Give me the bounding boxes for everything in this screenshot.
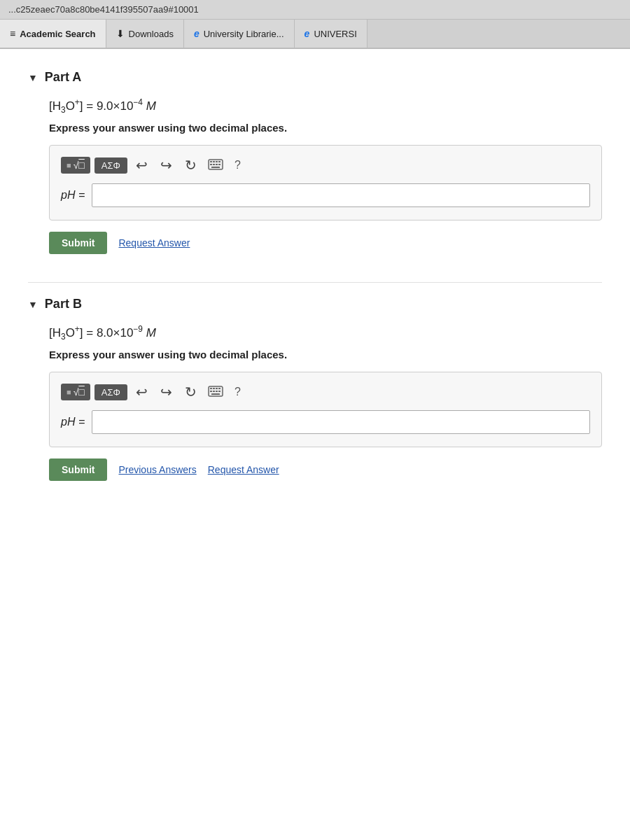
part-a-help-button[interactable]: ?: [230, 158, 245, 173]
svg-rect-3: [216, 161, 218, 162]
tab-university-libraries[interactable]: e University Librarie...: [184, 20, 295, 48]
svg-rect-2: [213, 161, 215, 162]
svg-rect-5: [210, 164, 212, 165]
part-a-refresh-button[interactable]: ↻: [181, 155, 201, 175]
part-a-header: ▼ Part A: [28, 70, 602, 85]
part-b-collapse-arrow[interactable]: ▼: [28, 299, 38, 310]
sqrt-icon-b: √□: [74, 386, 85, 398]
part-b-undo-button[interactable]: ↩: [132, 382, 152, 402]
svg-rect-18: [218, 391, 220, 392]
part-a-input-row: pH =: [61, 183, 590, 207]
part-b-help-button[interactable]: ?: [230, 384, 245, 400]
part-b-sqrt-button[interactable]: ■ √□: [61, 384, 90, 400]
part-b-request-answer-button[interactable]: Request Answer: [208, 464, 279, 475]
part-b-instruction: Express your answer using two decimal pl…: [49, 349, 602, 360]
part-a-sqrt-button[interactable]: ■ √□: [61, 157, 90, 174]
part-divider: [28, 282, 602, 283]
part-a-answer-input[interactable]: [92, 183, 590, 207]
part-a-title: Part A: [45, 70, 81, 85]
part-b-equation: [H3O+] = 8.0×10−9 M: [49, 324, 602, 342]
sqrt-icon: √□: [74, 160, 85, 171]
part-b-title: Part B: [45, 297, 82, 312]
part-a-section: ▼ Part A [H3O+] = 9.0×10−4 M Express you…: [28, 70, 602, 254]
svg-rect-8: [218, 164, 220, 165]
url-text: ...c25zeaec70a8c80be4141f395507aa9#10001: [8, 4, 199, 15]
svg-rect-6: [213, 164, 215, 165]
svg-rect-14: [218, 388, 220, 389]
main-content: ▼ Part A [H3O+] = 9.0×10−4 M Express you…: [0, 49, 630, 840]
part-b-greek-button[interactable]: ΑΣΦ: [94, 384, 127, 400]
svg-rect-1: [210, 161, 212, 162]
svg-rect-4: [218, 161, 220, 162]
part-a-buttons-row: Submit Request Answer: [49, 232, 602, 254]
part-a-equation: [H3O+] = 9.0×10−4 M: [49, 97, 602, 115]
academic-search-icon: ≡: [10, 28, 15, 39]
part-a-greek-button[interactable]: ΑΣΦ: [94, 158, 127, 174]
url-bar: ...c25zeaec70a8c80be4141f395507aa9#10001: [0, 0, 630, 20]
part-b-refresh-button[interactable]: ↻: [181, 382, 201, 402]
part-a-redo-button[interactable]: ↪: [156, 155, 176, 175]
tab-downloads[interactable]: ⬇ Downloads: [106, 20, 184, 48]
part-a-undo-button[interactable]: ↩: [132, 155, 152, 175]
tab-universi-label: UNIVERSI: [314, 29, 356, 39]
universi-icon: e: [304, 28, 310, 39]
part-b-section: ▼ Part B [H3O+] = 8.0×10−9 M Express you…: [28, 297, 602, 481]
tab-bar: ≡ Academic Search ⬇ Downloads e Universi…: [0, 20, 630, 49]
part-a-toolbar: ■ √□ ΑΣΦ ↩ ↪ ↻: [61, 155, 590, 175]
tab-universi[interactable]: e UNIVERSI: [295, 20, 368, 48]
part-a-collapse-arrow[interactable]: ▼: [28, 72, 38, 83]
tab-academic-search[interactable]: ≡ Academic Search: [0, 20, 106, 48]
svg-rect-15: [210, 391, 212, 392]
svg-rect-16: [213, 391, 215, 392]
svg-rect-13: [216, 388, 218, 389]
part-a-answer-box: ■ √□ ΑΣΦ ↩ ↪ ↻: [49, 145, 602, 220]
part-b-ph-label: pH =: [61, 416, 85, 428]
svg-rect-7: [216, 164, 218, 165]
part-a-keyboard-button[interactable]: [205, 158, 226, 174]
svg-rect-17: [216, 391, 218, 392]
part-b-input-row: pH =: [61, 410, 590, 434]
university-lib-icon: e: [194, 28, 200, 39]
part-b-redo-button[interactable]: ↪: [156, 382, 176, 402]
part-a-ph-label: pH =: [61, 189, 85, 202]
part-b-toolbar: ■ √□ ΑΣΦ ↩ ↪ ↻: [61, 382, 590, 402]
part-a-instruction: Express your answer using two decimal pl…: [49, 122, 602, 134]
part-a-submit-button[interactable]: Submit: [49, 232, 107, 254]
part-a-request-answer-button[interactable]: Request Answer: [118, 237, 190, 248]
tab-university-lib-label: University Librarie...: [204, 29, 284, 39]
part-b-answer-box: ■ √□ ΑΣΦ ↩ ↪ ↻: [49, 372, 602, 447]
svg-rect-11: [210, 388, 212, 389]
part-b-header: ▼ Part B: [28, 297, 602, 312]
downloads-icon: ⬇: [116, 28, 125, 39]
part-b-submit-button[interactable]: Submit: [49, 458, 107, 481]
part-b-answer-input[interactable]: [92, 410, 590, 434]
part-b-previous-answers-button[interactable]: Previous Answers: [118, 464, 196, 475]
part-b-keyboard-button[interactable]: [205, 384, 226, 400]
tab-downloads-label: Downloads: [129, 29, 174, 39]
svg-rect-9: [211, 167, 220, 168]
tab-academic-search-label: Academic Search: [20, 29, 95, 39]
svg-rect-12: [213, 388, 215, 389]
svg-rect-19: [211, 393, 220, 395]
part-b-buttons-row: Submit Previous Answers Request Answer: [49, 458, 602, 481]
